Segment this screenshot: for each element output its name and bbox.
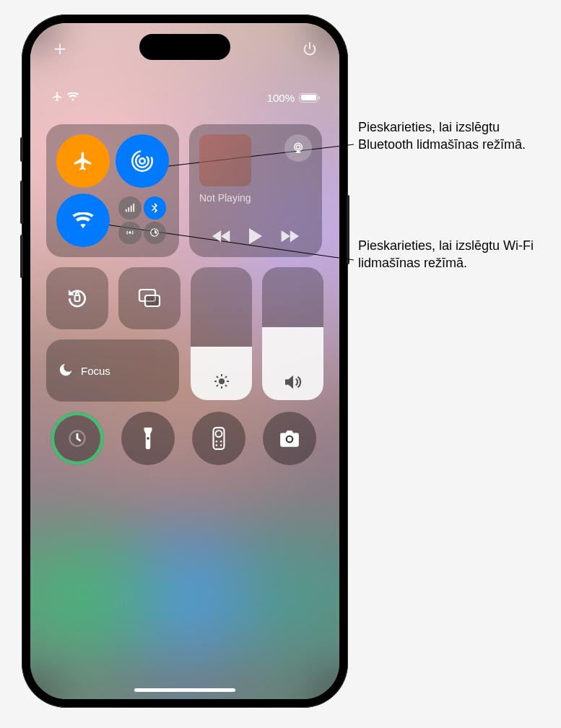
wifi-icon <box>67 91 79 104</box>
svg-line-21 <box>216 376 217 378</box>
rotation-lock-button[interactable] <box>46 267 108 329</box>
screen: 100% <box>30 23 339 699</box>
camera-button[interactable] <box>263 412 316 465</box>
airdrop-toggle[interactable] <box>116 134 169 188</box>
svg-point-3 <box>136 155 149 168</box>
svg-rect-15 <box>145 295 160 306</box>
moon-icon <box>58 362 74 380</box>
bluetooth-icon <box>144 196 167 220</box>
wifi-toggle[interactable] <box>56 194 110 247</box>
svg-point-30 <box>216 441 218 443</box>
svg-point-27 <box>147 437 149 439</box>
hotspot-icon <box>118 222 142 245</box>
dynamic-island <box>139 34 230 60</box>
focus-label: Focus <box>81 365 110 377</box>
add-icon[interactable] <box>52 41 68 63</box>
svg-rect-8 <box>133 204 134 212</box>
connectivity-more[interactable] <box>116 194 169 247</box>
volume-slider[interactable] <box>262 267 323 400</box>
svg-rect-5 <box>126 209 127 212</box>
svg-rect-7 <box>131 205 132 212</box>
remote-button[interactable] <box>192 412 245 465</box>
svg-point-29 <box>216 430 222 437</box>
svg-rect-13 <box>75 295 80 301</box>
flashlight-button[interactable] <box>121 412 175 465</box>
svg-line-24 <box>225 376 227 378</box>
airplane-mode-toggle[interactable] <box>56 134 110 188</box>
airplane-icon <box>52 91 63 105</box>
battery-text: 100% <box>267 92 295 104</box>
play-icon[interactable] <box>248 228 263 247</box>
svg-point-11 <box>295 143 303 151</box>
connectivity-module <box>46 124 179 257</box>
svg-point-16 <box>219 378 225 384</box>
volume-icon <box>262 374 323 390</box>
svg-point-32 <box>216 444 218 446</box>
rewind-icon[interactable] <box>212 230 231 246</box>
brightness-slider[interactable] <box>191 267 252 400</box>
svg-point-2 <box>139 158 145 164</box>
svg-point-31 <box>220 441 222 443</box>
iphone-frame: 100% <box>22 14 348 708</box>
svg-point-12 <box>296 145 300 149</box>
svg-rect-6 <box>128 207 129 212</box>
timer-button[interactable] <box>51 412 104 465</box>
screen-mirror-button[interactable] <box>118 267 181 329</box>
satellite-icon <box>144 222 167 245</box>
callout-wifi: Pieskarieties, lai izslēgtu Wi-Fi lidmaš… <box>358 237 557 272</box>
svg-point-9 <box>129 232 131 235</box>
media-artwork <box>199 134 251 186</box>
power-icon[interactable] <box>302 41 318 63</box>
battery-icon <box>299 93 318 103</box>
home-indicator[interactable] <box>134 688 235 692</box>
focus-button[interactable]: Focus <box>46 339 179 402</box>
airplay-icon[interactable] <box>284 134 312 162</box>
svg-line-23 <box>216 385 217 386</box>
media-module[interactable]: Not Playing <box>189 124 322 257</box>
callout-bluetooth: Pieskarieties, lai izslēgtu Bluetooth li… <box>358 118 557 154</box>
brightness-icon <box>191 373 252 390</box>
svg-line-22 <box>225 385 227 386</box>
svg-point-33 <box>220 444 222 446</box>
cellular-icon <box>118 196 142 220</box>
status-bar: 100% <box>30 90 339 105</box>
svg-point-35 <box>287 437 292 441</box>
media-title: Not Playing <box>199 192 312 204</box>
forward-icon[interactable] <box>280 230 299 246</box>
